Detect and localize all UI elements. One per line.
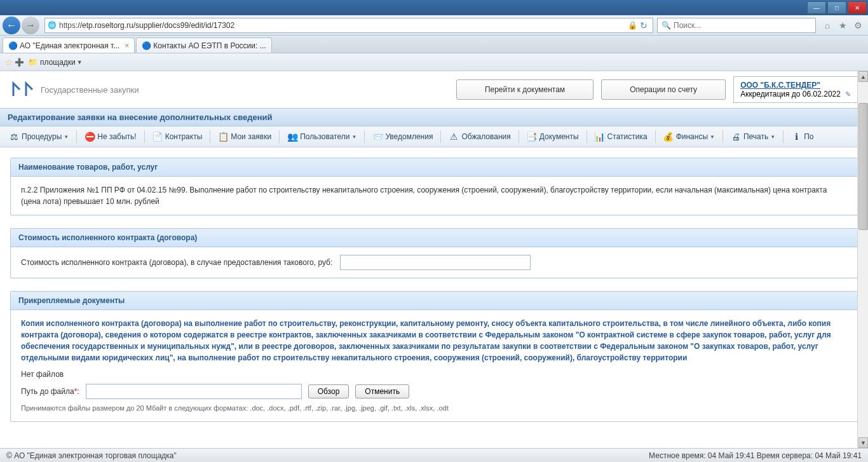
panel-attachments: Прикрепляемые документы Копия исполненно… — [10, 291, 858, 422]
chevron-down-icon: ▼ — [770, 134, 775, 140]
gavel-icon: ⚖ — [9, 132, 19, 142]
chevron-down-icon: ▼ — [64, 134, 69, 140]
accreditation-text: Аккредитация до 06.02.2022 — [740, 90, 841, 99]
chevron-down-icon: ▼ — [710, 134, 715, 140]
toolbar-remember[interactable]: ⛔Не забыть! — [81, 129, 140, 144]
toolbar-documents[interactable]: 📑Документы — [523, 129, 583, 144]
url-text: https://etp.roseltorg.ru/supplier/docs99… — [59, 21, 628, 30]
logo-mark — [10, 80, 36, 99]
panel-contract-cost: Стоимость исполненного контракта (догово… — [10, 228, 858, 278]
file-format-note: Принимаются файлы размером до 20 Мбайт в… — [21, 403, 847, 414]
no-files-text: Нет файлов — [21, 369, 847, 380]
browser-window: — □ ✕ ← → 🌐 https://etp.roseltorg.ru/sup… — [0, 0, 868, 462]
favicon-icon: 🔵 — [8, 41, 17, 50]
folder-icon: 📁 — [28, 58, 37, 67]
cost-input[interactable] — [340, 255, 531, 270]
toolbar-appeals[interactable]: ⚠Обжалования — [445, 129, 514, 144]
copyright: © АО "Единая электронная торговая площад… — [6, 451, 177, 460]
tab-bar: 🔵 АО "Единая электронная т... × 🔵 Контак… — [0, 36, 868, 53]
panel-header: Стоимость исполненного контракта (догово… — [11, 229, 857, 247]
company-info: ООО "Б.К.С.ТЕНДЕР" Аккредитация до 06.02… — [733, 76, 858, 103]
document-icon: 📑 — [527, 132, 537, 142]
star-icon[interactable]: ★ — [836, 19, 849, 32]
scroll-down-icon[interactable]: ▼ — [858, 437, 868, 448]
browse-button[interactable]: Обзор — [308, 384, 349, 398]
file-path-input[interactable] — [86, 384, 302, 399]
maximize-button[interactable]: □ — [827, 1, 846, 14]
toolbar-print[interactable]: 🖨Печать▼ — [727, 129, 779, 144]
cost-label: Стоимость исполненного контракта (догово… — [21, 257, 332, 268]
favicon-icon: 🔵 — [142, 41, 151, 50]
toolbar-users[interactable]: 👥Пользователи▼ — [283, 129, 360, 144]
page-title: Редактирование заявки на внесение дополн… — [0, 108, 868, 126]
info-icon: ℹ — [791, 132, 801, 142]
request-icon: 📋 — [218, 132, 228, 142]
search-input[interactable] — [674, 21, 811, 30]
account-operations-button[interactable]: Операции по счету — [601, 79, 726, 100]
refresh-button[interactable]: ↻ — [640, 20, 648, 31]
address-bar[interactable]: 🌐 https://etp.roseltorg.ru/supplier/docs… — [44, 18, 653, 33]
scroll-up-icon[interactable]: ▲ — [858, 71, 868, 82]
title-bar: — □ ✕ — [0, 0, 868, 15]
globe-icon: 🌐 — [48, 21, 57, 29]
toolbar-procedures[interactable]: ⚖Процедуры▼ — [5, 129, 72, 144]
panel-header: Прикрепляемые документы — [11, 292, 857, 310]
toolbar-contracts[interactable]: 📄Контракты — [149, 129, 207, 144]
tab-2[interactable]: 🔵 Контакты АО ЕЭТП в России: ... — [136, 37, 271, 53]
favorite-star-icon[interactable]: ☆ — [5, 57, 13, 67]
cancel-button[interactable]: Отменить — [355, 384, 409, 398]
panel-header: Наименование товаров, работ, услуг — [11, 158, 857, 177]
attachment-instructions: Копия исполненного контракта (договора) … — [21, 318, 847, 363]
close-button[interactable]: ✕ — [848, 1, 867, 14]
logo-subtitle: Государственные закупки — [41, 85, 139, 95]
status-bar: © АО "Единая электронная торговая площад… — [0, 448, 868, 462]
toolbar-finances[interactable]: 💰Финансы▼ — [660, 129, 719, 144]
toolbar-notifications[interactable]: 📨Уведомления — [369, 129, 437, 144]
main-toolbar: ⚖Процедуры▼ ⛔Не забыть! 📄Контракты 📋Мои … — [0, 126, 868, 147]
panel-goods-name: Наименование товаров, работ, услуг п.2.2… — [10, 158, 858, 215]
contract-icon: 📄 — [153, 132, 163, 142]
search-icon: 🔍 — [661, 21, 671, 30]
printer-icon: 🖨 — [731, 132, 741, 142]
edit-icon[interactable]: ✎ — [845, 90, 851, 98]
main-area: Наименование товаров, работ, услуг п.2.2… — [0, 147, 868, 448]
page-header: Государственные закупки Перейти к докуме… — [0, 71, 868, 108]
tab-label: Контакты АО ЕЭТП в России: ... — [153, 41, 266, 50]
toolbar-more[interactable]: ℹПо — [787, 129, 817, 144]
bookmarks-bar: ☆ ➕ 📁 площадки ▼ — [0, 53, 868, 71]
chart-icon: 📊 — [595, 132, 605, 142]
bookmark-folder[interactable]: площадки — [40, 58, 76, 67]
logo: Государственные закупки — [10, 80, 139, 99]
minimize-button[interactable]: — — [807, 1, 826, 14]
money-icon: 💰 — [663, 132, 674, 142]
file-path-label: Путь до файла*: — [21, 386, 79, 397]
vertical-scrollbar[interactable]: ▲ ▼ — [857, 71, 868, 448]
add-bookmark-icon[interactable]: ➕ — [15, 58, 24, 67]
tab-close-icon[interactable]: × — [125, 41, 129, 50]
notification-icon: 📨 — [372, 132, 383, 142]
tab-label: АО "Единая электронная т... — [20, 41, 119, 50]
toolbar-my-requests[interactable]: 📋Мои заявки — [214, 129, 275, 144]
noentry-icon: ⛔ — [85, 132, 95, 142]
toolbar-statistics[interactable]: 📊Статистика — [591, 129, 651, 144]
chevron-down-icon[interactable]: ▼ — [77, 59, 83, 65]
nav-bar: ← → 🌐 https://etp.roseltorg.ru/supplier/… — [0, 15, 868, 36]
warning-icon: ⚠ — [449, 132, 459, 142]
page-content: Государственные закупки Перейти к докуме… — [0, 71, 868, 462]
forward-button[interactable]: → — [22, 17, 39, 34]
tab-1[interactable]: 🔵 АО "Единая электронная т... × — [3, 37, 135, 53]
server-time: Местное время: 04 Май 19:41 Время сервер… — [649, 451, 862, 460]
goto-documents-button[interactable]: Перейти к документам — [456, 79, 593, 100]
panel-body: п.2.2 Приложения №1 ПП РФ от 04.02.15 №9… — [11, 177, 857, 215]
users-icon: 👥 — [287, 132, 297, 142]
scroll-thumb[interactable] — [858, 103, 868, 230]
company-link[interactable]: ООО "Б.К.С.ТЕНДЕР" — [740, 81, 820, 90]
lock-icon: 🔒 — [628, 21, 637, 30]
back-button[interactable]: ← — [3, 17, 20, 34]
chevron-down-icon: ▼ — [351, 134, 356, 140]
gear-icon[interactable]: ⚙ — [851, 19, 864, 32]
home-icon[interactable]: ⌂ — [821, 19, 834, 32]
search-box[interactable]: 🔍 — [657, 18, 816, 33]
